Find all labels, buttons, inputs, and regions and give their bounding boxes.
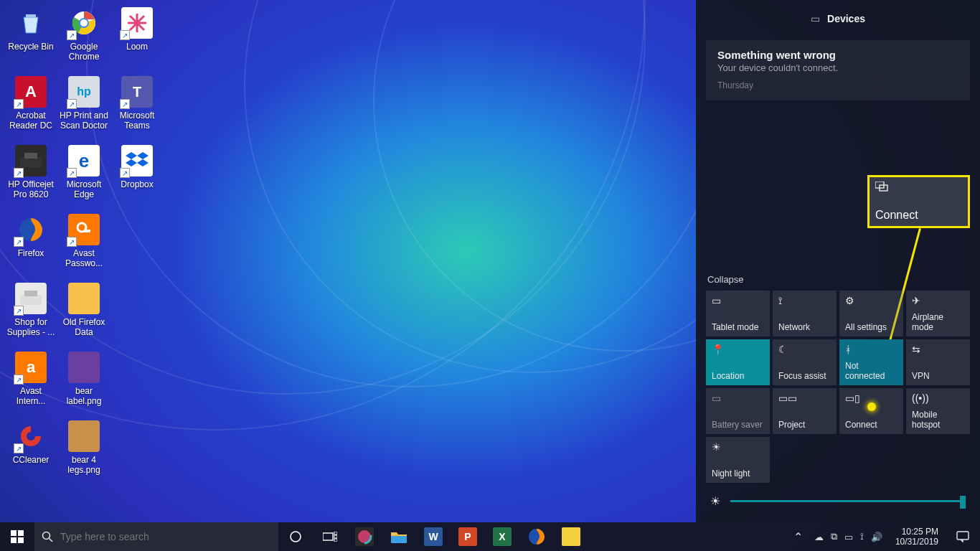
- desktop-icon[interactable]: ↗HP Officejet Pro 8620: [4, 142, 57, 211]
- notification-time: Thursday: [717, 80, 958, 90]
- svg-rect-25: [18, 537, 24, 543]
- brightness-thumb[interactable]: [960, 496, 966, 509]
- desktop-icon[interactable]: ↗Dropbox: [110, 142, 164, 211]
- desktop-icon[interactable]: ↗Avast Passwo...: [57, 211, 110, 280]
- svg-rect-32: [334, 539, 337, 542]
- quick-action-battery-saver[interactable]: ▭Battery saver: [706, 388, 770, 434]
- action-center-header: ▭ Devices: [706, 13, 970, 24]
- quick-action-label: Tablet mode: [712, 322, 764, 332]
- svg-rect-35: [391, 536, 407, 543]
- quick-action-airplane-mode[interactable]: ✈Airplane mode: [906, 291, 970, 336]
- taskbar-app-explorer[interactable]: [382, 522, 416, 551]
- quick-action-mobile-hotspot[interactable]: ((•))Mobile hotspot: [906, 388, 970, 434]
- quick-action-focus-assist[interactable]: ☾Focus assist: [773, 339, 837, 385]
- desktop-icon[interactable]: hp↗HP Print and Scan Doctor: [57, 73, 110, 142]
- start-button[interactable]: [0, 522, 34, 551]
- taskbar-app-firefox[interactable]: [519, 522, 554, 551]
- desktop-icon-label: CCleaner: [13, 455, 50, 465]
- clock-time: 10:25 PM: [895, 527, 938, 537]
- desktop-icon-label: bear label.png: [58, 386, 110, 406]
- svg-rect-30: [334, 532, 337, 534]
- taskbar-app-sticky[interactable]: [554, 522, 588, 551]
- desktop-icon[interactable]: ↗Shop for Supplies - ...: [4, 280, 57, 349]
- desktop-icon[interactable]: bear label.png: [57, 349, 110, 418]
- desktop-icon-label: HP Print and Scan Doctor: [58, 110, 110, 131]
- desktop-icon[interactable]: Recycle Bin: [4, 4, 57, 73]
- search-box[interactable]: [34, 522, 278, 551]
- taskbar: WPX ⌃ ☁ ⧉ ▭ ⟟ 🔊 10:25 PM 10/31/2019: [0, 522, 980, 551]
- action-center-button[interactable]: [946, 531, 980, 542]
- quick-action-label: Night light: [712, 468, 764, 479]
- desktop-icon[interactable]: A↗Acrobat Reader DC: [4, 73, 57, 142]
- desktop-icon-label: Shop for Supplies - ...: [5, 317, 57, 337]
- desktop-icon[interactable]: ↗Firefox: [4, 211, 57, 280]
- desktop-icon[interactable]: a↗Avast Intern...: [4, 349, 57, 418]
- connect-callout: Connect: [867, 175, 970, 228]
- quick-action-label: Project: [778, 420, 831, 430]
- task-view-button[interactable]: [313, 522, 347, 551]
- svg-rect-29: [323, 533, 333, 540]
- airplane-icon: ✈: [912, 295, 964, 308]
- battery-icon[interactable]: ▭: [844, 532, 853, 542]
- svg-marker-16: [126, 152, 137, 159]
- moon-icon: ☾: [778, 344, 831, 357]
- quick-action-tablet-mode[interactable]: ▭Tablet mode: [706, 291, 770, 336]
- desktop-icon[interactable]: Old Firefox Data: [57, 280, 110, 349]
- desktop-icon[interactable]: ↗Loom: [110, 4, 164, 73]
- quick-action-not-connected[interactable]: ᚼNot connected: [839, 339, 903, 385]
- desktop-icon-label: Dropbox: [121, 179, 153, 189]
- notification-message: Your device couldn't connect.: [717, 62, 958, 73]
- quick-action-night-light[interactable]: ☀Night light: [706, 437, 770, 483]
- quick-action-location[interactable]: 📍Location: [706, 339, 770, 385]
- quick-actions-grid: ▭Tablet mode⟟Network⚙All settings✈Airpla…: [706, 291, 970, 483]
- desktop-icon-label: Firefox: [18, 248, 44, 258]
- quick-action-connect[interactable]: ▭▯Connect: [839, 388, 903, 434]
- svg-point-26: [43, 532, 50, 540]
- svg-rect-37: [957, 532, 969, 540]
- quick-action-project[interactable]: ▭▭Project: [773, 388, 837, 434]
- search-icon: [42, 531, 53, 542]
- brightness-slider[interactable]: ☀: [706, 483, 970, 515]
- clock-date: 10/31/2019: [895, 537, 938, 547]
- system-tray[interactable]: ☁ ⧉ ▭ ⟟ 🔊: [809, 531, 888, 542]
- clock[interactable]: 10:25 PM 10/31/2019: [888, 527, 946, 547]
- svg-rect-2: [24, 153, 37, 159]
- connect-icon: [875, 182, 962, 192]
- desktop-icon-label: Recycle Bin: [8, 42, 53, 52]
- desktop-icon[interactable]: ↗Google Chrome: [57, 4, 110, 73]
- wifi-icon[interactable]: ⟟: [860, 531, 864, 542]
- desktop-icon-label: Avast Passwo...: [58, 248, 110, 268]
- highlight-dot: [867, 402, 876, 411]
- taskbar-app-powerpoint[interactable]: P: [451, 522, 485, 551]
- onedrive-icon[interactable]: ☁: [814, 532, 824, 542]
- taskbar-app-excel[interactable]: X: [485, 522, 519, 551]
- svg-rect-10: [84, 230, 90, 232]
- quick-action-vpn[interactable]: ⇆VPN: [906, 339, 970, 385]
- svg-rect-4: [20, 295, 42, 305]
- desktop-icon[interactable]: bear 4 legs.png: [57, 418, 110, 486]
- cortana-button[interactable]: [278, 522, 313, 551]
- taskbar-app-snip[interactable]: [347, 522, 382, 551]
- dropbox-tray-icon[interactable]: ⧉: [831, 531, 837, 542]
- svg-rect-0: [26, 14, 36, 17]
- search-input[interactable]: [60, 531, 271, 542]
- desktop-icon[interactable]: e↗Microsoft Edge: [57, 142, 110, 211]
- collapse-link[interactable]: Collapse: [707, 274, 744, 285]
- desktop-icon-label: Old Firefox Data: [58, 317, 110, 337]
- tray-overflow-button[interactable]: ⌃: [788, 530, 809, 544]
- svg-rect-5: [24, 291, 37, 296]
- taskbar-app-word[interactable]: W: [416, 522, 451, 551]
- bluetooth-icon: ᚼ: [845, 344, 897, 357]
- brightness-track[interactable]: [730, 500, 966, 502]
- desktop-icon[interactable]: ↗CCleaner: [4, 418, 57, 486]
- quick-action-all-settings[interactable]: ⚙All settings: [839, 291, 903, 336]
- desktop-icon[interactable]: T↗Microsoft Teams: [110, 73, 164, 142]
- desktop[interactable]: Recycle BinA↗Acrobat Reader DC↗HP Office…: [0, 0, 696, 522]
- quick-action-label: Connect: [845, 420, 897, 430]
- action-center-title: Devices: [827, 13, 865, 24]
- volume-icon[interactable]: 🔊: [871, 532, 882, 542]
- vpn-icon: ⇆: [912, 344, 964, 357]
- notification-card[interactable]: Something went wrong Your device couldn'…: [706, 40, 970, 100]
- quick-action-network[interactable]: ⟟Network: [773, 291, 837, 336]
- quick-action-label: Not connected: [845, 361, 897, 381]
